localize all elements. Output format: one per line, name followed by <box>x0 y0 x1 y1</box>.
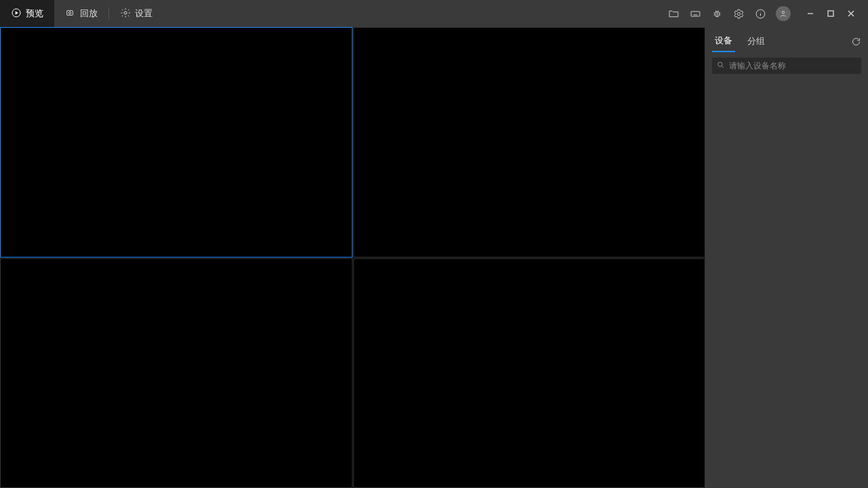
device-search[interactable] <box>712 58 861 74</box>
main-tabs: 预览 回放 设置 <box>0 0 163 27</box>
folder-icon[interactable] <box>667 7 679 20</box>
device-search-input[interactable] <box>729 61 857 70</box>
svg-rect-5 <box>691 11 700 16</box>
search-icon <box>716 60 725 71</box>
svg-line-19 <box>717 10 718 11</box>
tab-preview-label: 预览 <box>26 7 43 20</box>
gear-icon[interactable] <box>732 7 745 20</box>
window-controls <box>800 0 861 27</box>
video-pane-3[interactable] <box>0 258 353 489</box>
side-tab-group[interactable]: 分组 <box>745 33 768 52</box>
tab-playback[interactable]: 回放 <box>54 0 108 27</box>
info-icon[interactable] <box>754 7 766 20</box>
maximize-button[interactable] <box>821 0 841 27</box>
svg-rect-26 <box>828 11 833 16</box>
bug-icon[interactable] <box>711 7 723 20</box>
svg-line-30 <box>722 66 723 67</box>
tab-preview[interactable]: 预览 <box>0 0 54 27</box>
close-button[interactable] <box>841 0 861 27</box>
refresh-icon[interactable] <box>851 37 861 49</box>
video-pane-2[interactable] <box>353 27 706 258</box>
keyboard-icon[interactable] <box>689 7 701 20</box>
tab-settings[interactable]: 设置 <box>109 0 163 27</box>
play-icon <box>11 7 22 20</box>
svg-rect-2 <box>67 10 73 15</box>
avatar-icon[interactable] <box>776 6 791 21</box>
tab-playback-label: 回放 <box>80 7 98 20</box>
side-panel-tabs: 设备 分组 <box>705 27 868 52</box>
side-panel: 设备 分组 <box>705 27 868 488</box>
video-pane-4[interactable] <box>353 258 706 489</box>
titlebar-right <box>667 0 868 27</box>
minimize-button[interactable] <box>800 0 821 27</box>
video-pane-1[interactable] <box>0 27 353 258</box>
svg-point-20 <box>737 12 740 15</box>
svg-point-4 <box>124 12 127 14</box>
titlebar: 预览 回放 设置 <box>0 0 868 27</box>
workspace: 设备 分组 <box>0 27 868 488</box>
svg-line-18 <box>715 10 716 11</box>
svg-point-24 <box>782 12 785 14</box>
settings-small-icon <box>120 7 131 20</box>
record-icon <box>65 7 76 20</box>
svg-point-29 <box>718 62 723 67</box>
svg-marker-1 <box>16 11 18 14</box>
side-tab-device[interactable]: 设备 <box>712 33 735 52</box>
video-grid <box>0 27 705 488</box>
tab-settings-label: 设置 <box>135 7 153 20</box>
svg-point-3 <box>68 12 71 14</box>
svg-point-23 <box>760 12 761 12</box>
